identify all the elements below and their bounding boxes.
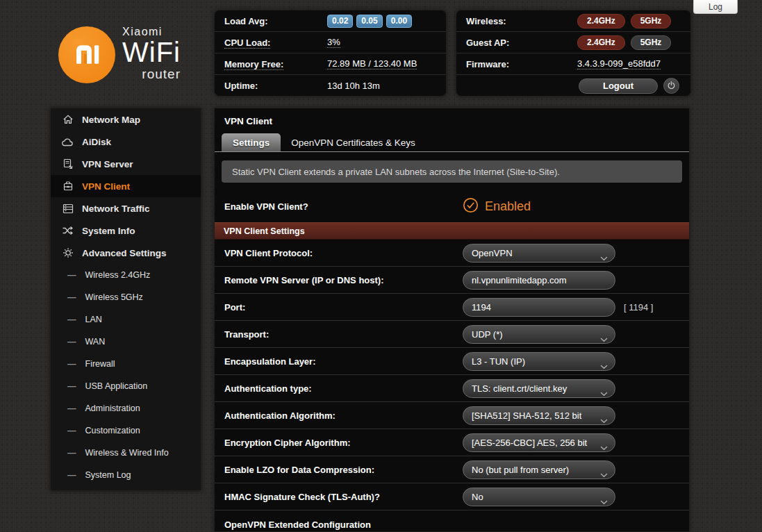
field-label: Transport: <box>224 329 463 340</box>
encapsulation-layer-select[interactable]: L3 - TUN (IP) <box>463 352 615 371</box>
enable-vpn-toggle[interactable]: Enabled <box>463 197 531 217</box>
field-label: Encapsulation Layer: <box>224 356 463 367</box>
sidebar-subitem-wireless-2-4ghz[interactable]: —Wireless 2.4GHz <box>51 264 201 286</box>
sidebar-item-vpn-client[interactable]: VPN Client <box>51 175 201 197</box>
chevron-down-icon <box>600 360 608 372</box>
firmware-value[interactable]: 3.4.3.9-099_e58fdd7 <box>577 58 661 69</box>
enable-vpn-label: Enable VPN Client? <box>224 201 463 212</box>
sidebar-subitem-label: Firewall <box>85 359 115 369</box>
wireless-badge[interactable]: 2.4GHz <box>577 14 625 28</box>
form-row: Port:[ 1194 ] <box>215 294 689 321</box>
cpu-load-value: 3% <box>327 37 340 48</box>
selected-value: L3 - TUN (IP) <box>472 356 525 367</box>
main-content: VPN Client SettingsOpenVPN Certificates … <box>214 108 690 532</box>
sidebar-subitem-label: Wireless & Wired Info <box>85 448 169 458</box>
sidebar-subitem-wireless-wired-info[interactable]: —Wireless & Wired Info <box>51 442 201 464</box>
memory-free-label: Memory Free: <box>224 59 327 69</box>
chevron-down-icon <box>600 251 608 264</box>
sidebar-subitem-usb-application[interactable]: —USB Application <box>51 375 201 397</box>
remote-vpn-server-ip-or-dns-host-input-wrap <box>463 271 615 290</box>
guest-ap-badge[interactable]: 2.4GHz <box>577 35 625 50</box>
sidebar-subitem-firewall[interactable]: —Firewall <box>51 353 201 375</box>
field-label: HMAC Signature Check (TLS-Auth)? <box>224 492 463 502</box>
sidebar-item-network-map[interactable]: Network Map <box>51 108 201 131</box>
field-label: Enable LZO for Data Compression: <box>224 465 463 475</box>
transport-select[interactable]: UDP (*) <box>463 325 615 344</box>
sidebar-item-label: System Info <box>82 226 135 236</box>
power-button[interactable] <box>663 78 679 94</box>
enable-vpn-row: Enable VPN Client? Enabled <box>215 191 689 222</box>
network-traffic-icon <box>62 203 74 215</box>
logo-text: Xiaomi WiFi router <box>122 26 181 81</box>
check-circle-icon <box>463 197 479 217</box>
sidebar-subitem-customization[interactable]: —Customization <box>51 419 201 442</box>
system-info-icon <box>62 225 74 237</box>
sidebar: Network MapAiDiskVPN ServerVPN ClientNet… <box>50 108 201 491</box>
chevron-down-icon <box>600 333 608 345</box>
guest-ap-badge[interactable]: 5GHz <box>631 35 672 50</box>
sidebar-subitem-label: LAN <box>85 315 102 324</box>
uptime-value: 13d 10h 13m <box>327 81 380 91</box>
sidebar-subitem-label: Customization <box>85 426 140 435</box>
selected-value: [SHA512] SHA-512, 512 bit <box>472 410 581 421</box>
logo-brand: Xiaomi <box>122 26 181 38</box>
sidebar-item-aidisk[interactable]: AiDisk <box>51 131 201 153</box>
sidebar-subitem-wan[interactable]: —WAN <box>51 331 201 353</box>
extended-config-label: OpenVPN Extended Configuration <box>215 510 689 530</box>
sidebar-subitem-wireless-5ghz[interactable]: —Wireless 5GHz <box>51 286 201 308</box>
form-row: VPN Client Protocol:OpenVPN <box>215 240 689 267</box>
port-input[interactable] <box>472 299 606 316</box>
gear-icon <box>62 247 74 259</box>
field-label: Port: <box>224 302 463 313</box>
sidebar-subitem-lan[interactable]: —LAN <box>51 308 201 331</box>
sidebar-subitem-system-log[interactable]: —System Log <box>51 464 201 486</box>
guest-ap-badges: 2.4GHz5GHz <box>577 35 677 50</box>
field-label: Remote VPN Server (IP or DNS host): <box>224 275 463 285</box>
vpn-client-icon <box>62 181 74 192</box>
selected-value: No <box>472 492 483 502</box>
sidebar-subitem-administration[interactable]: —Administration <box>51 397 201 419</box>
encryption-cipher-algorithm-select[interactable]: [AES-256-CBC] AES, 256 bit <box>463 433 615 452</box>
tab-openvpn-certificates-keys[interactable]: OpenVPN Certificates & Keys <box>281 133 426 151</box>
field-label: Authentication Algorithm: <box>224 410 463 421</box>
log-button[interactable]: Log <box>693 0 738 14</box>
logout-button[interactable]: Logout <box>579 78 658 94</box>
selected-value: UDP (*) <box>472 329 503 340</box>
sidebar-item-label: Network Map <box>82 115 140 125</box>
section-header: VPN Client Settings <box>215 222 689 240</box>
sidebar-item-network-traffic[interactable]: Network Traffic <box>51 197 201 219</box>
tab-bar: SettingsOpenVPN Certificates & Keys <box>215 133 689 152</box>
dash-icon: — <box>67 470 76 480</box>
notice-banner: Static VPN Client extends a private LAN … <box>222 160 682 183</box>
sidebar-item-system-info[interactable]: System Info <box>51 219 201 242</box>
chevron-down-icon <box>600 441 608 454</box>
enable-lzo-for-data-compression-select[interactable]: No (but pull from server) <box>463 460 615 479</box>
uptime-row: Uptime: 13d 10h 13m <box>215 75 446 97</box>
selected-value: No (but pull from server) <box>472 465 569 475</box>
logo-product: WiFi <box>122 38 181 66</box>
wireless-badge[interactable]: 5GHz <box>631 14 672 28</box>
dash-icon: — <box>67 292 76 302</box>
sidebar-item-advanced-settings[interactable]: Advanced Settings <box>51 242 201 264</box>
home-icon <box>62 114 74 126</box>
sidebar-item-label: Network Traffic <box>82 203 150 214</box>
selected-value: [AES-256-CBC] AES, 256 bit <box>472 438 587 448</box>
system-status-panel: Load Avg: 0.020.050.00 CPU Load: 3% Memo… <box>214 10 447 97</box>
memory-free-value: 72.89 MB / 123.40 MB <box>327 58 417 69</box>
tab-settings[interactable]: Settings <box>222 133 281 151</box>
enable-vpn-status: Enabled <box>485 199 531 214</box>
load-avg-row: Load Avg: 0.020.050.00 <box>215 10 446 32</box>
dash-icon: — <box>67 315 76 324</box>
sidebar-subitem-label: Wireless 2.4GHz <box>85 270 151 280</box>
vpn-client-protocol-select[interactable]: OpenVPN <box>463 244 615 263</box>
authentication-type-select[interactable]: TLS: client.crt/client.key <box>463 379 615 398</box>
hmac-signature-check-tls-auth-select[interactable]: No <box>463 488 615 506</box>
field-label: Encryption Cipher Algorithm: <box>224 438 463 448</box>
sidebar-subitem-label: WAN <box>85 337 106 347</box>
remote-vpn-server-ip-or-dns-host-input[interactable] <box>472 272 606 289</box>
firmware-label: Firmware: <box>466 59 577 69</box>
form-row: Encryption Cipher Algorithm:[AES-256-CBC… <box>215 429 689 456</box>
form-row: Transport:UDP (*) <box>215 321 689 348</box>
sidebar-item-vpn-server[interactable]: VPN Server <box>51 153 201 175</box>
authentication-algorithm-select[interactable]: [SHA512] SHA-512, 512 bit <box>463 406 615 425</box>
